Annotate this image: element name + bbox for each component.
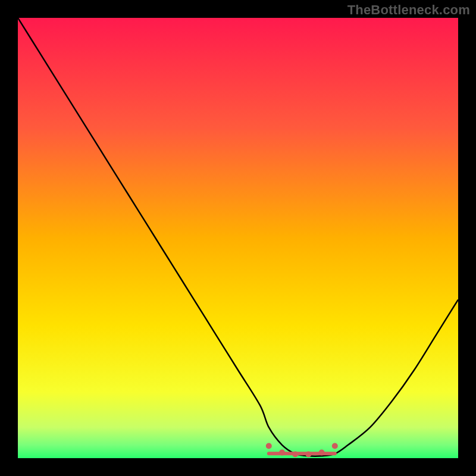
optimum-marker: [266, 443, 272, 449]
optimum-marker: [292, 452, 298, 458]
optimum-marker: [279, 450, 285, 456]
optimum-marker: [319, 450, 325, 456]
watermark-text: TheBottleneck.com: [347, 2, 470, 18]
bottleneck-chart: [18, 18, 458, 458]
gradient-background: [18, 18, 458, 458]
optimum-marker: [305, 452, 311, 458]
plot-area: [18, 18, 458, 458]
optimum-marker: [332, 443, 338, 449]
chart-frame: TheBottleneck.com: [0, 0, 476, 476]
